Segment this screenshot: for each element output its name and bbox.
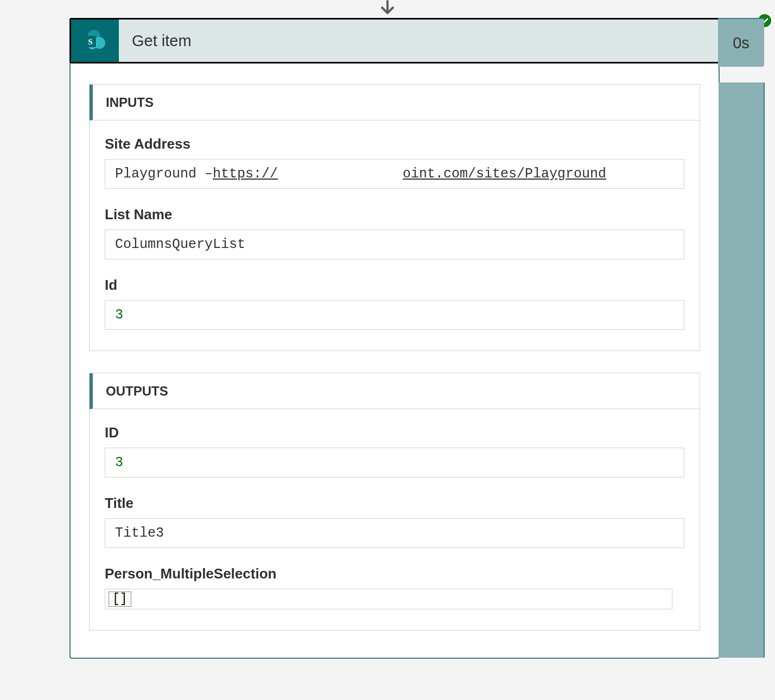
site-address-url-1[interactable]: https:// bbox=[213, 166, 278, 182]
id-output-number: 3 bbox=[115, 455, 123, 470]
site-address-url-2[interactable]: oint.com/sites/Playground bbox=[403, 166, 606, 182]
list-name-label: List Name bbox=[105, 206, 684, 223]
field-person-multi: Person_MultipleSelection [] bbox=[105, 565, 684, 609]
title-label: Title bbox=[105, 495, 684, 512]
list-name-value[interactable]: ColumnsQueryList bbox=[105, 230, 684, 259]
flow-arrow-icon bbox=[377, 0, 398, 18]
svg-text:S: S bbox=[88, 37, 92, 46]
person-multi-code: [] bbox=[109, 591, 131, 607]
id-input-number: 3 bbox=[115, 307, 123, 323]
action-duration: 0s bbox=[718, 18, 764, 67]
id-output-label: ID bbox=[105, 424, 684, 441]
field-id-output: ID 3 bbox=[105, 424, 684, 478]
title-value[interactable]: Title3 bbox=[105, 518, 684, 548]
outputs-heading: OUTPUTS bbox=[90, 373, 700, 409]
id-output-value[interactable]: 3 bbox=[105, 448, 684, 478]
field-id-input: Id 3 bbox=[105, 277, 684, 330]
outputs-section: OUTPUTS ID 3 Title Title3 Person_Multipl… bbox=[89, 373, 700, 631]
field-list-name: List Name ColumnsQueryList bbox=[105, 206, 684, 259]
site-address-prefix: Playground – bbox=[115, 166, 213, 182]
id-input-label: Id bbox=[105, 277, 684, 294]
person-multi-value[interactable]: [] bbox=[105, 589, 672, 609]
action-card: S Get item 0s INPUTS Site Address Playgr… bbox=[69, 18, 720, 659]
action-header[interactable]: S Get item 0s bbox=[69, 18, 720, 63]
action-title: Get item bbox=[119, 20, 718, 62]
card-right-gutter bbox=[719, 82, 765, 658]
field-site-address: Site Address Playground – https:// oint.… bbox=[105, 136, 684, 189]
sharepoint-icon: S bbox=[71, 20, 119, 62]
inputs-section: INPUTS Site Address Playground – https:/… bbox=[89, 84, 700, 351]
id-input-value[interactable]: 3 bbox=[105, 300, 684, 330]
site-address-value[interactable]: Playground – https:// oint.com/sites/Pla… bbox=[105, 159, 684, 189]
site-address-label: Site Address bbox=[105, 136, 684, 152]
inputs-heading: INPUTS bbox=[90, 85, 700, 120]
action-body: INPUTS Site Address Playground – https:/… bbox=[71, 62, 719, 658]
person-multi-label: Person_MultipleSelection bbox=[105, 565, 684, 582]
field-title: Title Title3 bbox=[105, 495, 684, 548]
